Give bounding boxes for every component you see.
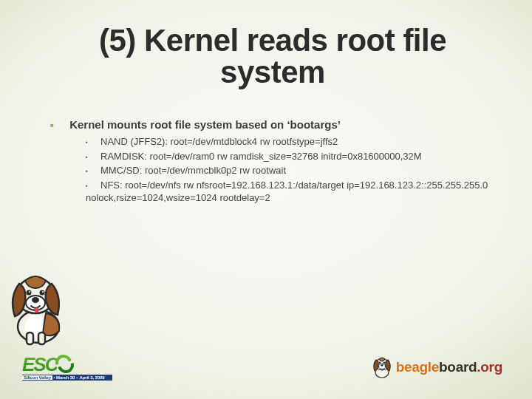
bb-text-board: board: [439, 359, 477, 375]
bb-text-org: .org: [477, 359, 502, 375]
svg-rect-3: [38, 332, 45, 344]
bullet-item: MMC/SD: root=/dev/mmcblk0p2 rw rootwait: [86, 164, 495, 177]
svg-point-15: [378, 362, 380, 364]
svg-point-8: [40, 290, 45, 296]
esc-logo: ESC Silicon Valley • March 30 – April 3,…: [22, 355, 112, 381]
bullet-item: RAMDISK: root=/dev/ram0 rw ramdisk_size=…: [86, 150, 495, 163]
beagle-mascot-icon: [1, 259, 75, 347]
bullet-item: NFS: root=/dev/nfs rw nfsroot=192.168.12…: [86, 179, 495, 205]
svg-rect-2: [27, 332, 33, 344]
bullet-lead: Kernel mounts root file system based on …: [50, 118, 495, 205]
esc-swirl-icon: [55, 355, 73, 372]
bullet-item-text: MMC/SD: root=/dev/mmcblk0p2 rw rootwait: [100, 165, 286, 176]
esc-date-band: Silicon Valley • March 30 – April 3, 200…: [22, 375, 112, 381]
slide-body: Kernel mounts root file system based on …: [50, 118, 495, 211]
footer: ESC Silicon Valley • March 30 – April 3,…: [0, 349, 532, 386]
beagleboard-logo: beagleboard.org: [371, 355, 502, 379]
bullet-item-text: RAMDISK: root=/dev/ram0 rw ramdisk_size=…: [100, 151, 422, 162]
esc-letters: ESC: [22, 356, 57, 373]
svg-point-14: [381, 364, 383, 366]
beagleboard-dog-icon: [371, 355, 393, 379]
svg-point-7: [27, 290, 32, 296]
svg-point-6: [32, 297, 39, 303]
svg-point-16: [383, 362, 384, 364]
slide: (5) Kernel reads root file system Kernel…: [0, 0, 532, 399]
beagleboard-wordmark: beagleboard.org: [396, 359, 502, 375]
bb-text-beagle: beagle: [396, 359, 439, 375]
svg-point-10: [42, 291, 44, 293]
slide-title: (5) Kernel reads root file system: [50, 25, 495, 89]
esc-band-dates: • March 30 – April 3, 2009: [52, 375, 105, 380]
svg-point-9: [29, 291, 30, 293]
esc-band-sv: Silicon Valley: [22, 375, 52, 380]
bullet-lead-text: Kernel mounts root file system based on …: [69, 118, 341, 131]
bullet-item-text: NFS: root=/dev/nfs rw nfsroot=192.168.12…: [86, 180, 488, 204]
bullet-item: NAND (JFFS2): root=/dev/mtdblock4 rw roo…: [86, 135, 495, 149]
bullet-item-text: NAND (JFFS2): root=/dev/mtdblock4 rw roo…: [100, 136, 338, 147]
